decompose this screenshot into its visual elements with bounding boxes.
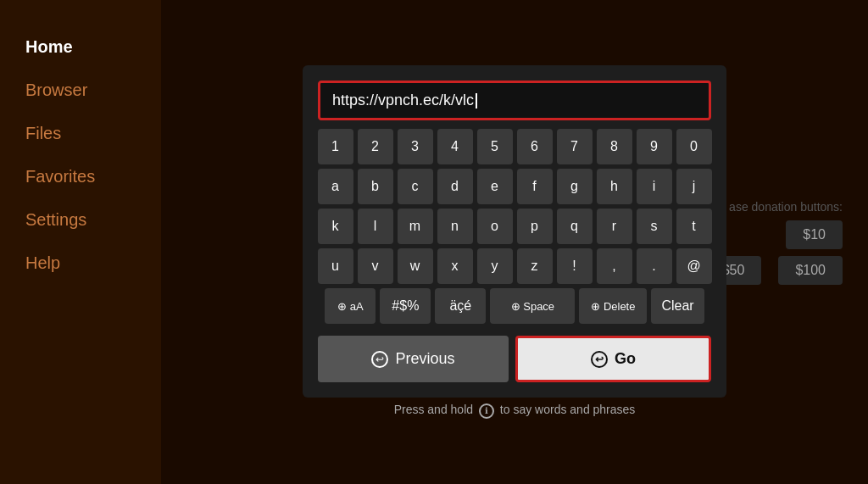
sidebar-item-browser[interactable]: Browser (0, 69, 161, 112)
previous-button[interactable]: ↩ Previous (318, 336, 509, 382)
key-0[interactable]: 0 (676, 129, 712, 164)
delete-icon: ⊕ Delete (591, 300, 635, 313)
key-8[interactable]: 8 (597, 129, 632, 164)
mic-icon: ℹ (479, 403, 494, 419)
key-p[interactable]: p (517, 209, 553, 244)
key-c[interactable]: c (398, 169, 433, 204)
key-3[interactable]: 3 (398, 129, 433, 164)
key-at[interactable]: @ (676, 248, 712, 284)
key-space[interactable]: ⊕ Space (490, 288, 575, 324)
key-symbols[interactable]: #$% (380, 288, 431, 324)
key-w[interactable]: w (398, 248, 433, 284)
case-icon: ⊕ aA (337, 300, 364, 313)
go-icon: ↩ (591, 351, 608, 368)
key-2[interactable]: 2 (358, 129, 393, 164)
key-accents[interactable]: äçé (435, 288, 486, 324)
key-clear[interactable]: Clear (651, 288, 704, 324)
previous-label: Previous (395, 350, 454, 368)
sidebar-label-files: Files (25, 124, 61, 142)
go-button[interactable]: ↩ Go (515, 336, 711, 382)
sidebar-label-settings: Settings (25, 210, 86, 229)
key-4[interactable]: 4 (437, 129, 473, 164)
key-d[interactable]: d (437, 169, 473, 204)
key-j[interactable]: j (676, 169, 712, 204)
key-period[interactable]: . (637, 248, 672, 284)
main-content: ase donation buttons: $10 $20 $50 $100 h… (161, 0, 868, 484)
key-row-numbers: 1 2 3 4 5 6 7 8 9 0 (318, 129, 711, 164)
key-6[interactable]: 6 (517, 129, 553, 164)
key-b[interactable]: b (358, 169, 393, 204)
sidebar-label-favorites: Favorites (25, 167, 95, 186)
sidebar-item-favorites[interactable]: Favorites (0, 155, 161, 198)
voice-hint-text1: Press and hold (394, 403, 473, 416)
key-x[interactable]: x (437, 248, 473, 284)
key-h[interactable]: h (597, 169, 632, 204)
key-m[interactable]: m (398, 209, 433, 244)
url-input-bar[interactable]: https://vpnch.ec/k/vlc (318, 81, 711, 120)
key-exclaim[interactable]: ! (557, 248, 593, 284)
key-row-uz: u v w x y z ! , . @ (318, 248, 711, 284)
key-row-kt: k l m n o p q r s t (318, 209, 711, 244)
sidebar-label-help: Help (25, 253, 60, 272)
url-cursor (476, 93, 477, 108)
key-v[interactable]: v (358, 248, 393, 284)
key-7[interactable]: 7 (557, 129, 593, 164)
key-e[interactable]: e (477, 169, 513, 204)
key-5[interactable]: 5 (477, 129, 513, 164)
key-a[interactable]: a (318, 169, 353, 204)
voice-hint: Press and hold ℹ to say words and phrase… (394, 403, 636, 418)
key-y[interactable]: y (477, 248, 513, 284)
key-r[interactable]: r (597, 209, 632, 244)
space-icon: ⊕ Space (511, 300, 554, 313)
key-o[interactable]: o (477, 209, 513, 244)
go-label: Go (615, 350, 636, 368)
dialog-overlay: https://vpnch.ec/k/vlc 1 2 3 4 5 6 7 8 9… (161, 0, 868, 484)
key-t[interactable]: t (676, 209, 712, 244)
key-l[interactable]: l (358, 209, 393, 244)
url-text: https://vpnch.ec/k/vlc (332, 92, 474, 109)
key-case-toggle[interactable]: ⊕ aA (325, 288, 376, 324)
keyboard-dialog: https://vpnch.ec/k/vlc 1 2 3 4 5 6 7 8 9… (303, 65, 726, 398)
key-f[interactable]: f (517, 169, 553, 204)
sidebar-item-home[interactable]: Home (0, 25, 161, 69)
sidebar: Home Browser Files Favorites Settings He… (0, 0, 161, 484)
action-row: ↩ Previous ↩ Go (318, 336, 711, 382)
key-s[interactable]: s (637, 209, 672, 244)
key-comma[interactable]: , (597, 248, 632, 284)
key-1[interactable]: 1 (318, 129, 353, 164)
key-row-special: ⊕ aA #$% äçé ⊕ Space ⊕ Delete Clear (318, 288, 711, 324)
sidebar-label-home: Home (25, 37, 73, 56)
key-q[interactable]: q (557, 209, 593, 244)
key-9[interactable]: 9 (637, 129, 672, 164)
sidebar-item-settings[interactable]: Settings (0, 198, 161, 242)
key-z[interactable]: z (517, 248, 553, 284)
key-n[interactable]: n (437, 209, 473, 244)
voice-hint-text2: to say words and phrases (500, 403, 636, 416)
key-row-aj: a b c d e f g h i j (318, 169, 711, 204)
key-g[interactable]: g (557, 169, 593, 204)
keyboard: 1 2 3 4 5 6 7 8 9 0 a b c d e (318, 129, 711, 324)
previous-icon: ↩ (371, 351, 388, 368)
sidebar-item-files[interactable]: Files (0, 112, 161, 155)
sidebar-label-browser: Browser (25, 81, 87, 99)
key-delete[interactable]: ⊕ Delete (579, 288, 647, 324)
key-u[interactable]: u (318, 248, 353, 284)
sidebar-item-help[interactable]: Help (0, 242, 161, 285)
key-i[interactable]: i (637, 169, 672, 204)
key-k[interactable]: k (318, 209, 353, 244)
